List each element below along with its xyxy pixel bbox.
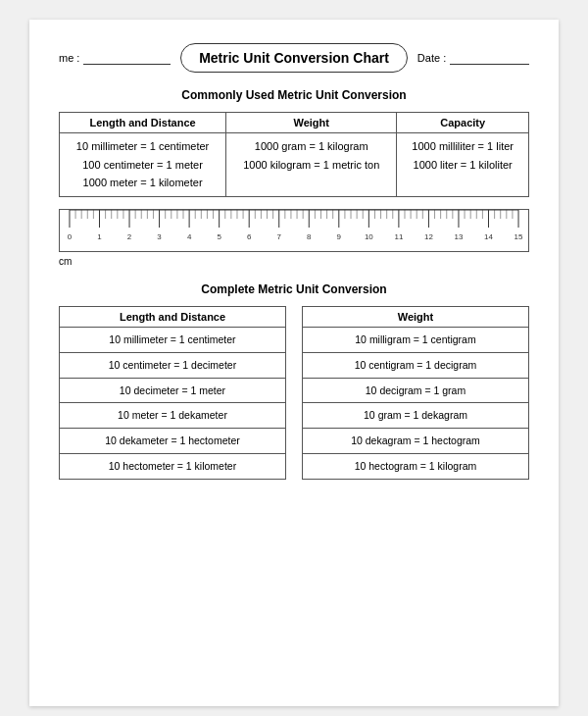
list-item: 10 hectometer = 1 kilometer <box>60 454 286 480</box>
ruler-box: 0123456789101112131415 <box>59 209 529 252</box>
cell-weight-1: 1000 gram = 1 kilogram 1000 kilogram = 1… <box>226 133 397 197</box>
list-item: 10 dekagram = 1 hectogram <box>303 429 529 454</box>
main-title: Metric Unit Conversion Chart <box>180 43 408 73</box>
commonly-section: Commonly Used Metric Unit Conversion Len… <box>59 88 529 267</box>
svg-text:11: 11 <box>394 232 403 241</box>
svg-text:2: 2 <box>127 232 132 241</box>
commonly-table: Length and Distance Weight Capacity 10 m… <box>59 112 529 197</box>
ruler-unit: cm <box>59 256 529 267</box>
table-header-row: Length and Distance Weight Capacity <box>60 113 529 133</box>
complete-length-table: Length and Distance 10 millimeter = 1 ce… <box>59 306 286 480</box>
list-item: 10 centigram = 1 decigram <box>303 352 529 378</box>
list-item: 10 dekameter = 1 hectometer <box>60 429 286 454</box>
complete-section: Complete Metric Unit Conversion Length a… <box>59 282 529 480</box>
table-row: 10 millimeter = 1 centimeter 100 centime… <box>60 133 529 197</box>
svg-text:15: 15 <box>514 232 523 241</box>
svg-text:8: 8 <box>307 232 312 241</box>
svg-text:9: 9 <box>337 232 342 241</box>
list-item: 10 millimeter = 1 centimeter <box>60 328 286 353</box>
list-item: 10 milligram = 1 centigram <box>303 328 529 353</box>
svg-text:10: 10 <box>365 232 373 241</box>
list-item: 10 decigram = 1 gram <box>303 378 529 403</box>
date-label: Date : <box>417 52 446 64</box>
list-item: 10 meter = 1 dekameter <box>60 403 286 429</box>
svg-text:6: 6 <box>247 232 252 241</box>
date-field: Date : <box>417 51 529 65</box>
complete-weight-body: 10 milligram = 1 centigram10 centigram =… <box>303 328 529 480</box>
svg-text:12: 12 <box>424 232 433 241</box>
cell-length-1: 10 millimeter = 1 centimeter 100 centime… <box>60 133 226 197</box>
name-field: me : <box>59 51 171 65</box>
complete-length-header-row: Length and Distance <box>60 307 286 328</box>
svg-text:4: 4 <box>187 232 192 241</box>
header-row: me : Metric Unit Conversion Chart Date : <box>59 43 529 73</box>
complete-weight-header: Weight <box>303 307 529 328</box>
col-length: Length and Distance <box>60 113 226 133</box>
col-weight: Weight <box>226 113 397 133</box>
list-item: 10 centimeter = 1 decimeter <box>60 352 286 378</box>
ruler-svg: 0123456789101112131415 <box>60 210 528 249</box>
svg-text:1: 1 <box>97 232 102 241</box>
complete-weight-header-row: Weight <box>303 307 529 328</box>
name-label: me : <box>59 52 79 64</box>
svg-text:13: 13 <box>455 232 464 241</box>
list-item: 10 hectogram = 1 kilogram <box>303 454 529 480</box>
complete-title: Complete Metric Unit Conversion <box>59 282 529 296</box>
col-capacity: Capacity <box>397 113 529 133</box>
complete-length-header: Length and Distance <box>60 307 286 328</box>
page: me : Metric Unit Conversion Chart Date :… <box>29 20 559 706</box>
svg-text:3: 3 <box>157 232 162 241</box>
list-item: 10 gram = 1 dekagram <box>303 403 529 429</box>
svg-text:14: 14 <box>484 232 493 241</box>
complete-tables: Length and Distance 10 millimeter = 1 ce… <box>59 306 529 480</box>
complete-weight-table: Weight 10 milligram = 1 centigram10 cent… <box>302 306 529 480</box>
date-underline <box>450 51 529 65</box>
svg-text:0: 0 <box>68 232 73 241</box>
list-item: 10 decimeter = 1 meter <box>60 378 286 403</box>
name-underline <box>83 51 171 65</box>
complete-length-body: 10 millimeter = 1 centimeter10 centimete… <box>60 328 286 480</box>
commonly-title: Commonly Used Metric Unit Conversion <box>59 88 529 102</box>
svg-text:5: 5 <box>217 232 221 241</box>
cell-capacity-1: 1000 milliliter = 1 liter 1000 liter = 1… <box>397 133 529 197</box>
svg-text:7: 7 <box>277 232 282 241</box>
